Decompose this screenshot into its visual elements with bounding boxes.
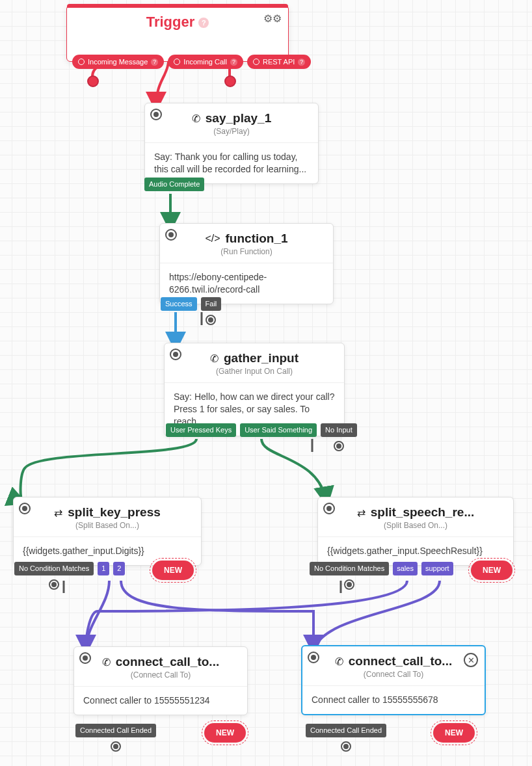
- widget-subtitle: (Connect Call To): [74, 670, 247, 687]
- input-anchor[interactable]: [170, 349, 181, 360]
- flow-canvas[interactable]: ⚙⚙ Trigger? Incoming Message? Incoming C…: [0, 0, 532, 766]
- widget-subtitle: (Gather Input On Call): [165, 367, 344, 383]
- trigger-outputs: Incoming Message? Incoming Call? REST AP…: [72, 55, 311, 69]
- gather-outputs: User Pressed Keys User Said Something No…: [166, 423, 357, 437]
- widget-title: gather_input: [224, 351, 299, 365]
- output-fail[interactable]: Fail: [201, 297, 222, 311]
- output-no-match[interactable]: No Condition Matches: [310, 562, 389, 575]
- new-connect2[interactable]: NEW: [433, 723, 475, 743]
- phone-icon: ✆: [192, 112, 200, 125]
- widget-subtitle: (Split Based On...): [318, 521, 513, 537]
- input-anchor[interactable]: [150, 109, 162, 120]
- function-outputs: Success Fail: [161, 297, 221, 311]
- output-pressed-keys[interactable]: User Pressed Keys: [166, 423, 236, 437]
- close-icon[interactable]: ✕: [464, 653, 478, 667]
- trigger-title: Trigger: [146, 14, 195, 30]
- split-icon: ⇄: [357, 507, 366, 519]
- function-widget[interactable]: </>function_1 (Run Function) https://ebo…: [159, 223, 334, 304]
- connect2-outputs: Connected Call Ended: [306, 724, 386, 737]
- phone-icon: ✆: [210, 352, 219, 365]
- endpoint-dot: [224, 75, 236, 87]
- split-key-outputs: No Condition Matches 1 2: [14, 562, 125, 575]
- widget-body: Connect caller to 15555555678: [302, 686, 485, 714]
- output-1[interactable]: 1: [98, 562, 109, 575]
- connect-call-2-widget[interactable]: ✕ ✆connect_call_to... (Connect Call To) …: [301, 645, 486, 715]
- new-connect1[interactable]: NEW: [204, 723, 246, 743]
- help-icon[interactable]: ?: [198, 18, 209, 28]
- input-anchor[interactable]: [308, 652, 319, 663]
- widget-subtitle: (Say/Play): [145, 127, 318, 143]
- output-no-input[interactable]: No Input: [321, 423, 357, 437]
- say-play-outputs: Audio Complete: [144, 178, 204, 191]
- widget-title: say_play_1: [206, 111, 271, 125]
- phone-icon: ✆: [102, 656, 111, 668]
- new-split-key[interactable]: NEW: [152, 561, 194, 580]
- phone-icon: ✆: [335, 655, 343, 668]
- trigger-incoming-call[interactable]: Incoming Call?: [168, 55, 243, 69]
- widget-title: connect_call_to...: [116, 655, 219, 669]
- gather-widget[interactable]: ✆gather_input (Gather Input On Call) Say…: [164, 343, 345, 436]
- trigger-rest-api[interactable]: REST API?: [247, 55, 311, 69]
- connect1-outputs: Connected Call Ended: [75, 724, 156, 737]
- endpoint-dot: [87, 75, 99, 87]
- widget-title: split_key_press: [68, 505, 161, 520]
- say-play-widget[interactable]: ✆say_play_1 (Say/Play) Say: Thank you fo…: [144, 103, 319, 184]
- output-2[interactable]: 2: [113, 562, 125, 575]
- output-sales[interactable]: sales: [393, 562, 418, 575]
- connect-call-1-widget[interactable]: ✆connect_call_to... (Connect Call To) Co…: [73, 646, 248, 715]
- widget-subtitle: (Split Based On...): [14, 521, 201, 537]
- widget-body: Connect caller to 15555551234: [74, 687, 247, 715]
- split-speech-outputs: No Condition Matches sales support: [310, 562, 453, 575]
- input-anchor[interactable]: [323, 503, 335, 514]
- widget-subtitle: (Connect Call To): [302, 670, 485, 686]
- widget-subtitle: (Run Function): [160, 247, 333, 263]
- widget-title: split_speech_re...: [371, 505, 474, 520]
- output-support[interactable]: support: [421, 562, 453, 575]
- output-said-something[interactable]: User Said Something: [240, 423, 317, 437]
- split-speech-widget[interactable]: ⇄split_speech_re... (Split Based On...) …: [317, 497, 514, 566]
- output-call-ended[interactable]: Connected Call Ended: [306, 724, 386, 737]
- gear-icon[interactable]: ⚙⚙: [263, 12, 282, 25]
- split-key-widget[interactable]: ⇄split_key_press (Split Based On...) {{w…: [13, 497, 202, 566]
- input-anchor[interactable]: [19, 503, 31, 514]
- output-success[interactable]: Success: [161, 297, 197, 311]
- code-icon: </>: [205, 233, 220, 244]
- input-anchor[interactable]: [165, 229, 177, 241]
- trigger-widget[interactable]: ⚙⚙ Trigger? Incoming Message? Incoming C…: [66, 5, 289, 62]
- output-no-match[interactable]: No Condition Matches: [14, 562, 94, 575]
- widget-title: function_1: [226, 231, 288, 246]
- output-call-ended[interactable]: Connected Call Ended: [75, 724, 156, 737]
- split-icon: ⇄: [54, 507, 62, 519]
- input-anchor[interactable]: [79, 652, 91, 664]
- output-audio-complete[interactable]: Audio Complete: [144, 178, 204, 191]
- widget-title: connect_call_to...: [349, 654, 452, 668]
- trigger-incoming-message[interactable]: Incoming Message?: [72, 55, 164, 69]
- new-split-speech[interactable]: NEW: [471, 561, 512, 580]
